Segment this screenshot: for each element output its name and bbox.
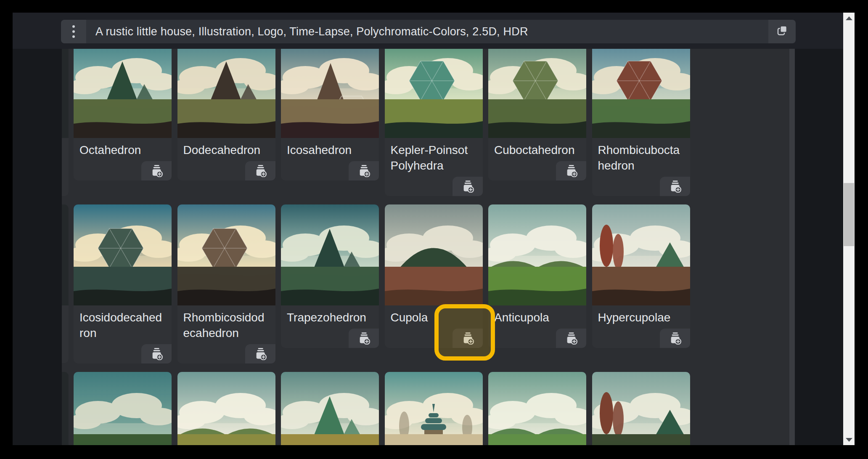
tile-label: Kepler-Poinsot Polyhedra — [385, 138, 483, 173]
clipped-style-tile[interactable] — [62, 49, 69, 196]
add-to-collection-icon — [564, 331, 578, 346]
style-thumbnail — [281, 49, 379, 138]
style-thumbnail — [74, 49, 172, 138]
scroll-up-button[interactable] — [843, 13, 855, 24]
prompt-input[interactable]: A rustic little house, Illustration, Log… — [86, 20, 768, 43]
add-to-collection-button[interactable] — [453, 177, 483, 196]
style-thumbnail — [177, 204, 275, 305]
scrollbar-thumb[interactable] — [844, 183, 854, 246]
add-to-collection-icon — [150, 164, 163, 178]
clipped-thumbnail — [62, 49, 69, 138]
scroll-down-arrow-icon — [846, 438, 852, 442]
style-thumbnail — [592, 49, 690, 138]
add-to-collection-button[interactable] — [556, 161, 586, 180]
tile-label: Rhombicosidodecahedron — [177, 305, 275, 341]
header: A rustic little house, Illustration, Log… — [13, 13, 855, 49]
tile-label: Anticupola — [488, 305, 586, 325]
add-to-collection-button[interactable] — [245, 161, 275, 180]
tile-label: Icosidodecahedron — [74, 305, 172, 341]
style-thumbnail — [488, 49, 586, 138]
tile-label: Octahedron — [74, 138, 172, 158]
copy-icon — [776, 24, 789, 39]
style-tile[interactable]: Octahedron — [74, 49, 172, 180]
style-tile[interactable]: Hypercupolae — [592, 204, 690, 348]
style-thumbnail — [592, 204, 690, 305]
add-to-collection-button[interactable] — [660, 329, 690, 348]
prompt-bar: A rustic little house, Illustration, Log… — [61, 20, 796, 43]
style-tile[interactable]: Cupola — [385, 204, 483, 348]
style-grid-panel: Octahedron Dodecahedron — [62, 49, 795, 445]
clipped-style-tile[interactable] — [62, 204, 69, 363]
add-to-collection-button[interactable] — [349, 329, 379, 348]
scrollbar[interactable] — [843, 13, 855, 445]
inner-scroll-rail[interactable] — [789, 49, 795, 445]
tile-label: Cuboctahedron — [488, 138, 586, 158]
add-to-collection-button[interactable] — [660, 177, 690, 196]
style-tile[interactable]: Kepler-Poinsot Polyhedra — [385, 49, 483, 196]
style-thumbnail — [177, 49, 275, 138]
prompt-text: A rustic little house, Illustration, Log… — [95, 25, 528, 38]
kebab-menu-icon — [72, 25, 75, 38]
style-thumbnail — [385, 372, 483, 445]
style-thumbnail — [281, 204, 379, 305]
style-thumbnail — [177, 372, 275, 445]
add-to-collection-button[interactable] — [245, 344, 275, 363]
style-tile[interactable]: Anticupola — [488, 204, 586, 348]
style-tile[interactable] — [385, 372, 483, 445]
add-to-collection-icon — [668, 331, 682, 346]
add-to-collection-icon — [357, 164, 370, 178]
add-to-collection-icon — [461, 331, 474, 346]
app-window: A rustic little house, Illustration, Log… — [13, 13, 855, 445]
add-to-collection-icon — [150, 347, 163, 361]
add-to-collection-button[interactable] — [453, 329, 483, 348]
add-to-collection-icon — [254, 164, 267, 178]
style-tile[interactable]: Rhombicosidodecahedron — [177, 204, 275, 363]
style-thumbnail — [281, 372, 379, 445]
prompt-menu-button[interactable] — [61, 20, 86, 43]
add-to-collection-button[interactable] — [141, 161, 172, 180]
add-to-collection-icon — [564, 164, 578, 178]
style-tile[interactable]: Rhombicuboctahedron — [592, 49, 690, 196]
tile-label: Dodecahedron — [177, 138, 275, 158]
clipped-style-tile[interactable] — [62, 372, 69, 445]
style-tile[interactable]: Icosidodecahedron — [74, 204, 172, 363]
style-tile[interactable]: Icosahedron — [281, 49, 379, 180]
tile-label: Cupola — [385, 305, 483, 325]
screen-frame: A rustic little house, Illustration, Log… — [0, 0, 868, 459]
tile-label: Trapezohedron — [281, 305, 379, 325]
style-tile[interactable] — [281, 372, 379, 445]
add-to-collection-icon — [357, 331, 370, 346]
copy-prompt-button[interactable] — [768, 20, 796, 43]
style-tile[interactable]: Trapezohedron — [281, 204, 379, 348]
style-tile[interactable] — [177, 372, 275, 445]
scroll-up-arrow-icon — [846, 16, 852, 20]
style-thumbnail — [385, 49, 483, 138]
add-to-collection-icon — [254, 347, 267, 361]
scroll-down-button[interactable] — [843, 434, 855, 445]
tile-label: Icosahedron — [281, 138, 379, 158]
tile-label: Rhombicuboctahedron — [592, 138, 690, 173]
style-thumbnail — [488, 372, 586, 445]
add-to-collection-icon — [461, 179, 474, 194]
style-thumbnail — [488, 204, 586, 305]
clipped-thumbnail — [62, 372, 69, 445]
style-thumbnail — [385, 204, 483, 305]
style-thumbnail — [592, 372, 690, 445]
tile-label: Hypercupolae — [592, 305, 690, 325]
style-thumbnail — [74, 204, 172, 305]
add-to-collection-button[interactable] — [141, 344, 172, 363]
style-tile[interactable] — [74, 372, 172, 445]
style-thumbnail — [74, 372, 172, 445]
add-to-collection-button[interactable] — [556, 329, 586, 348]
style-tile[interactable]: Cuboctahedron — [488, 49, 586, 180]
style-tile[interactable] — [592, 372, 690, 445]
clipped-thumbnail — [62, 204, 69, 305]
style-tile[interactable]: Dodecahedron — [177, 49, 275, 180]
add-to-collection-button[interactable] — [349, 161, 379, 180]
add-to-collection-icon — [668, 179, 682, 194]
style-tile[interactable] — [488, 372, 586, 445]
